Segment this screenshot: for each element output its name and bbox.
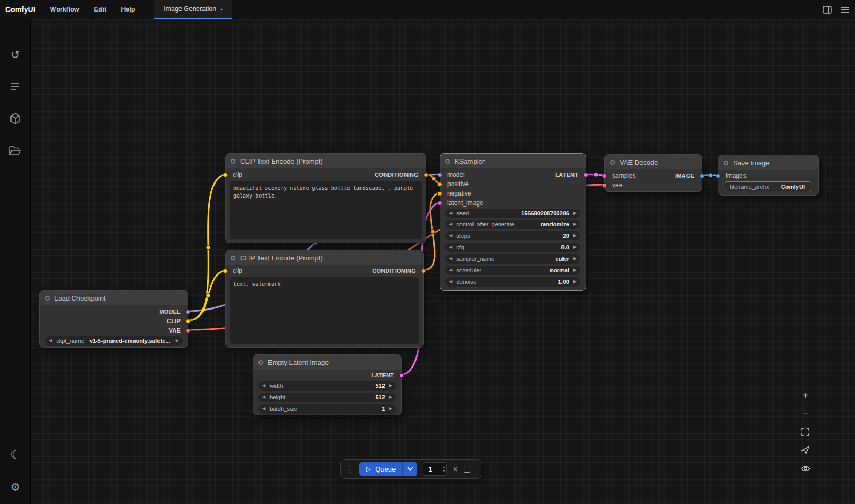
collapse-dot[interactable] <box>258 360 263 365</box>
node-header[interactable]: Empty Latent Image <box>253 355 401 370</box>
decrement-arrow-icon[interactable]: ◀ <box>49 339 52 343</box>
toggle-panel-icon[interactable] <box>823 5 832 14</box>
clear-queue-button[interactable]: × <box>453 465 458 474</box>
decrement-arrow-icon[interactable]: ◀ <box>449 280 452 284</box>
output-dot-model[interactable] <box>186 310 190 314</box>
fit-view-button[interactable] <box>797 425 813 439</box>
increment-arrow-icon[interactable]: ▶ <box>389 395 392 399</box>
input-dot-clip[interactable] <box>223 173 228 177</box>
sidebar-item-queue[interactable] <box>5 76 26 97</box>
sidebar-item-history[interactable]: ↺ <box>5 44 26 65</box>
increment-arrow-icon[interactable]: ▶ <box>573 257 577 261</box>
input-dot-positive[interactable] <box>437 182 442 187</box>
widget-control-after-generate[interactable]: ◀ control_after_generate randomize ▶ <box>445 220 580 229</box>
sidebar-item-settings[interactable]: ⚙ <box>5 477 26 498</box>
node-header[interactable]: VAE Decode <box>605 155 702 169</box>
tab-label: Image Generation <box>164 5 216 13</box>
decrement-arrow-icon[interactable]: ◀ <box>449 222 452 226</box>
prompt-text-area[interactable]: text, watermark <box>230 277 419 344</box>
menu-workflow[interactable]: Workflow <box>43 0 87 19</box>
queue-button[interactable]: ▷ Queue <box>359 462 402 476</box>
node-save-image[interactable]: Save Image images filename_prefix ComfyU… <box>718 155 819 196</box>
collapse-dot[interactable] <box>445 159 450 164</box>
node-clip-text-encode-negative[interactable]: CLIP Text Encode (Prompt) clip CONDITION… <box>225 250 424 348</box>
input-dot-model[interactable] <box>437 173 442 177</box>
output-dot-conditioning[interactable] <box>424 173 429 177</box>
increment-arrow-icon[interactable]: ▶ <box>573 234 577 238</box>
widget-cfg[interactable]: ◀ cfg 8.0 ▶ <box>445 243 580 252</box>
node-load-checkpoint[interactable]: Load Checkpoint MODEL CLIP VAE ◀ ckpt_na… <box>39 290 188 348</box>
node-empty-latent-image[interactable]: Empty Latent Image LATENT ◀ width 512 ▶ … <box>253 354 402 415</box>
increment-arrow-icon[interactable]: ▶ <box>389 384 392 388</box>
zoom-in-button[interactable]: + <box>797 388 813 403</box>
decrement-arrow-icon[interactable]: ◀ <box>449 211 452 215</box>
input-dot-images[interactable] <box>716 174 721 178</box>
output-dot-image[interactable] <box>700 174 704 178</box>
increment-arrow-icon[interactable]: ▶ <box>389 407 392 411</box>
sidebar-item-theme-toggle[interactable]: ☾ <box>5 444 26 465</box>
input-dot-samples[interactable] <box>602 174 607 178</box>
menu-help[interactable]: Help <box>114 0 142 19</box>
sidebar-item-workflows[interactable] <box>5 141 26 162</box>
stepper-up-icon[interactable]: ▴ <box>443 465 445 469</box>
collapse-dot[interactable] <box>724 161 728 165</box>
output-dot-latent[interactable] <box>583 173 588 177</box>
widget-batch-size[interactable]: ◀ batch_size 1 ▶ <box>258 404 396 414</box>
input-dot-latent-image[interactable] <box>437 201 442 205</box>
widget-steps[interactable]: ◀ steps 20 ▶ <box>445 231 580 240</box>
decrement-arrow-icon[interactable]: ◀ <box>262 395 265 399</box>
hamburger-menu-icon[interactable] <box>840 6 850 14</box>
output-dot-vae[interactable] <box>186 328 190 333</box>
node-ksampler[interactable]: KSampler model LATENT positive negative … <box>440 153 586 291</box>
node-header[interactable]: CLIP Text Encode (Prompt) <box>226 154 426 168</box>
decrement-arrow-icon[interactable]: ◀ <box>449 257 452 261</box>
node-header[interactable]: KSampler <box>440 154 586 168</box>
batch-count-input[interactable]: 1 ▴ ▾ <box>423 462 447 476</box>
widget-seed[interactable]: ◀ seed 156680208700286 ▶ <box>445 209 580 218</box>
node-header[interactable]: Save Image <box>718 155 818 170</box>
input-dot-clip[interactable] <box>223 269 228 273</box>
increment-arrow-icon[interactable]: ▶ <box>573 222 577 226</box>
menu-edit[interactable]: Edit <box>87 0 114 19</box>
increment-arrow-icon[interactable]: ▶ <box>573 245 577 249</box>
queue-options-dropdown[interactable] <box>402 462 417 476</box>
widget-filename-prefix[interactable]: filename_prefix ComfyUI <box>725 181 811 191</box>
widget-height[interactable]: ◀ height 512 ▶ <box>258 393 396 402</box>
node-header[interactable]: CLIP Text Encode (Prompt) <box>226 250 423 265</box>
output-dot-clip[interactable] <box>186 319 190 324</box>
widget-ckpt-name[interactable]: ◀ ckpt_name v1-5-pruned-emaonly.safete..… <box>45 336 183 346</box>
decrement-arrow-icon[interactable]: ◀ <box>449 245 452 249</box>
collapse-dot[interactable] <box>45 296 50 301</box>
increment-arrow-icon[interactable]: ▶ <box>573 268 577 272</box>
zoom-out-button[interactable]: − <box>797 406 813 421</box>
collapse-dot[interactable] <box>231 159 235 164</box>
toggle-visibility-button[interactable] <box>797 461 813 476</box>
widget-scheduler[interactable]: ◀ scheduler normal ▶ <box>445 266 580 275</box>
widget-sampler-name[interactable]: ◀ sampler_name euler ▶ <box>445 254 580 264</box>
decrement-arrow-icon[interactable]: ◀ <box>262 384 265 388</box>
select-mode-button[interactable] <box>797 443 813 457</box>
stop-button[interactable] <box>464 466 470 473</box>
collapse-dot[interactable] <box>231 256 235 260</box>
output-dot-conditioning[interactable] <box>421 269 426 273</box>
widget-denoise[interactable]: ◀ denoise 1.00 ▶ <box>445 277 580 287</box>
decrement-arrow-icon[interactable]: ◀ <box>262 407 265 411</box>
input-dot-negative[interactable] <box>437 191 442 196</box>
sidebar-item-model-library[interactable] <box>5 108 26 129</box>
decrement-arrow-icon[interactable]: ◀ <box>449 268 452 272</box>
increment-arrow-icon[interactable]: ▶ <box>176 339 179 343</box>
increment-arrow-icon[interactable]: ▶ <box>573 211 577 215</box>
decrement-arrow-icon[interactable]: ◀ <box>449 234 452 238</box>
prompt-text-area[interactable]: beautiful scenery nature glass bottle la… <box>230 181 422 239</box>
node-clip-text-encode-positive[interactable]: CLIP Text Encode (Prompt) clip CONDITION… <box>225 153 426 243</box>
collapse-dot[interactable] <box>610 160 615 165</box>
drag-handle-icon[interactable]: ⋮ <box>346 465 354 473</box>
input-dot-vae[interactable] <box>602 183 607 188</box>
node-vae-decode[interactable]: VAE Decode samples IMAGE vae <box>604 154 702 192</box>
output-dot-latent[interactable] <box>399 373 404 378</box>
node-header[interactable]: Load Checkpoint <box>40 291 188 305</box>
widget-width[interactable]: ◀ width 512 ▶ <box>258 381 396 391</box>
stepper-down-icon[interactable]: ▾ <box>443 469 445 473</box>
increment-arrow-icon[interactable]: ▶ <box>573 280 577 284</box>
tab-image-generation[interactable]: Image Generation ● <box>154 0 232 19</box>
